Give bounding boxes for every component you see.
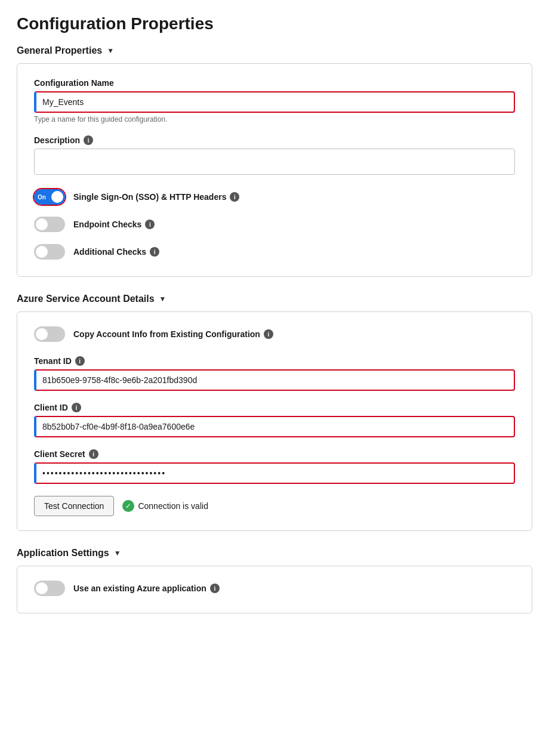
client-id-label: Client ID i — [34, 403, 515, 412]
client-secret-info-icon[interactable]: i — [89, 449, 98, 459]
description-info-icon[interactable]: i — [84, 135, 93, 145]
app-chevron-icon: ▼ — [114, 549, 121, 557]
client-id-group: Client ID i — [34, 403, 515, 437]
client-secret-input[interactable] — [34, 462, 515, 484]
sso-slider: On — [34, 189, 65, 205]
endpoint-label: Endpoint Checks i — [73, 220, 155, 229]
use-existing-info-icon[interactable]: i — [210, 584, 220, 593]
description-label: Description i — [34, 135, 515, 145]
azure-chevron-icon: ▼ — [159, 295, 166, 303]
client-id-info-icon[interactable]: i — [72, 403, 81, 412]
use-existing-toggle-row: Use an existing Azure application i — [34, 581, 515, 596]
sso-label: Single Sign-On (SSO) & HTTP Headers i — [73, 192, 239, 202]
endpoint-slider — [34, 217, 65, 232]
page-title: Configuration Properties — [17, 14, 532, 33]
additional-slider — [34, 244, 65, 260]
tenant-id-group: Tenant ID i — [34, 356, 515, 391]
test-connection-button[interactable]: Test Connection — [34, 496, 114, 516]
use-existing-toggle[interactable] — [34, 581, 65, 596]
endpoint-info-icon[interactable]: i — [145, 220, 155, 229]
azure-section-title: Azure Service Account Details — [17, 294, 155, 304]
config-name-hint: Type a name for this guided configuratio… — [34, 115, 515, 124]
general-properties-card: Configuration Name Type a name for this … — [17, 63, 532, 277]
use-existing-slider — [34, 581, 65, 596]
copy-account-info-icon[interactable]: i — [264, 329, 273, 339]
config-name-label: Configuration Name — [34, 78, 515, 88]
general-chevron-icon: ▼ — [107, 47, 114, 55]
general-section-title: General Properties — [17, 45, 102, 56]
description-input[interactable] — [34, 149, 515, 175]
endpoint-toggle[interactable] — [34, 217, 65, 232]
sso-toggle[interactable]: On — [34, 189, 65, 205]
additional-toggle-row: Additional Checks i — [34, 244, 515, 260]
general-section-header[interactable]: General Properties ▼ — [17, 45, 532, 56]
tenant-id-input[interactable] — [34, 369, 515, 391]
connection-status: ✓ Connection is valid — [122, 500, 208, 512]
copy-account-toggle[interactable] — [34, 326, 65, 342]
client-secret-group: Client Secret i — [34, 449, 515, 484]
copy-account-label: Copy Account Info from Existing Configur… — [73, 329, 273, 339]
client-id-input[interactable] — [34, 416, 515, 437]
test-connection-row: Test Connection ✓ Connection is valid — [34, 496, 515, 516]
copy-account-toggle-row: Copy Account Info from Existing Configur… — [34, 326, 515, 342]
azure-section-header[interactable]: Azure Service Account Details ▼ — [17, 294, 532, 304]
config-name-group: Configuration Name Type a name for this … — [34, 78, 515, 124]
app-section-title: Application Settings — [17, 548, 109, 558]
tenant-id-info-icon[interactable]: i — [75, 356, 85, 366]
config-name-input[interactable] — [34, 91, 515, 113]
additional-info-icon[interactable]: i — [150, 247, 159, 257]
client-secret-label: Client Secret i — [34, 449, 515, 459]
connection-status-text: Connection is valid — [138, 501, 208, 511]
app-properties-card: Use an existing Azure application i — [17, 566, 532, 613]
sso-info-icon[interactable]: i — [230, 192, 239, 202]
tenant-id-label: Tenant ID i — [34, 356, 515, 366]
use-existing-label: Use an existing Azure application i — [73, 584, 220, 593]
additional-toggle[interactable] — [34, 244, 65, 260]
sso-on-label: On — [38, 194, 46, 200]
sso-toggle-row: On Single Sign-On (SSO) & HTTP Headers i — [34, 189, 515, 205]
description-group: Description i — [34, 135, 515, 177]
app-section-header[interactable]: Application Settings ▼ — [17, 548, 532, 558]
azure-properties-card: Copy Account Info from Existing Configur… — [17, 311, 532, 531]
copy-account-slider — [34, 326, 65, 342]
endpoint-toggle-row: Endpoint Checks i — [34, 217, 515, 232]
additional-label: Additional Checks i — [73, 247, 159, 257]
connection-valid-icon: ✓ — [122, 500, 134, 512]
